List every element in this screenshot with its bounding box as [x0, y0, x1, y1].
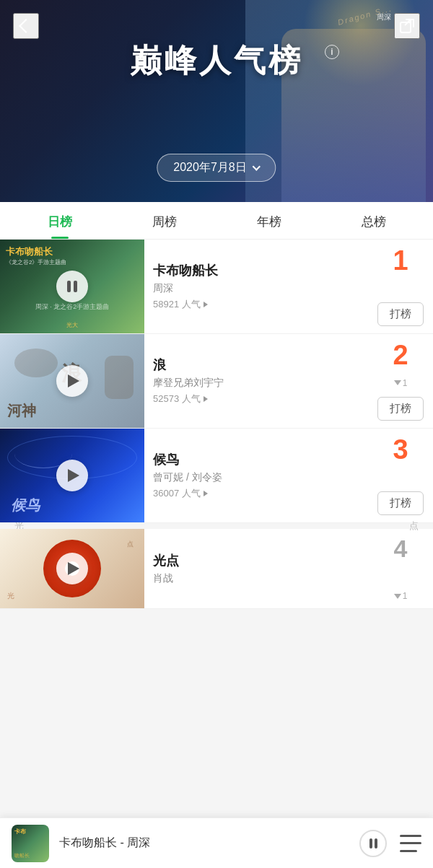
table-row: 浪 浪 摩登兄弟刘宇宁 52573 人气 2 1 打榜	[0, 334, 433, 429]
list-line-2	[400, 842, 421, 844]
song-title-2: 浪	[153, 356, 359, 374]
song-artist-3: 曾可妮 / 刘令姿	[153, 471, 359, 484]
table-row: 候鸟 曾可妮 / 刘令姿 36007 人气 3 打榜	[0, 429, 433, 523]
rank-number-4: 4	[394, 536, 408, 561]
date-display: 2020年7月8日	[173, 160, 246, 175]
rank-down-icon-4	[394, 594, 401, 599]
table-row: 周深 · 龙之谷2手游主题曲 光大 卡布吻船长 周深 58921 人气	[0, 240, 433, 334]
pause-button-1[interactable]	[56, 271, 88, 302]
hero-artist-label: 周深	[377, 12, 391, 22]
list-line-1	[400, 835, 421, 837]
tabs-bar: 日榜 周榜 年榜 总榜	[0, 202, 433, 240]
song-thumbnail-4[interactable]: 光 点	[0, 529, 144, 608]
play-button-3[interactable]	[56, 460, 88, 491]
song-info-1: 卡布吻船长 周深 58921 人气	[144, 240, 368, 333]
song-popularity-2[interactable]: 52573 人气	[153, 393, 359, 405]
rank-number-1: 1	[393, 247, 408, 274]
song-info-2: 浪 摩登兄弟刘宇宁 52573 人气	[144, 334, 368, 428]
song-title-3: 候鸟	[153, 451, 359, 468]
song-thumbnail-2[interactable]: 浪	[0, 334, 144, 428]
play-button-4[interactable]	[56, 553, 88, 584]
song-popularity-3[interactable]: 36007 人气	[153, 487, 359, 500]
tab-total[interactable]: 总榜	[347, 202, 401, 239]
popularity-arrow-icon-3	[204, 491, 208, 496]
info-icon[interactable]: i	[325, 45, 339, 59]
rank-number-2: 2	[393, 341, 408, 369]
share-icon	[399, 18, 415, 34]
vote-button-1[interactable]: 打榜	[377, 302, 424, 326]
player-thumbnail[interactable]: 卡布 吻船长	[12, 825, 49, 862]
player-pause-icon	[369, 838, 377, 849]
page-title: 巅峰人气榜	[0, 40, 433, 82]
player-pause-button[interactable]	[359, 830, 387, 857]
song-title-4: 光点	[153, 552, 359, 569]
rank-down-icon-2	[394, 380, 401, 385]
song-rank-3: 3 打榜	[368, 429, 433, 522]
tab-yearly[interactable]: 年榜	[242, 202, 296, 239]
popularity-arrow-icon	[204, 302, 208, 307]
song-info-4: 光点 肖战	[144, 529, 368, 608]
song-artist-1: 周深	[153, 282, 359, 295]
tab-weekly[interactable]: 周榜	[138, 202, 191, 239]
share-button[interactable]	[394, 13, 420, 39]
player-controls	[359, 830, 421, 857]
song-artist-2: 摩登兄弟刘宇宁	[153, 377, 359, 390]
rank-change-2: 1	[394, 378, 408, 388]
player-song-title: 卡布吻船长 - 周深	[59, 836, 349, 851]
song-artist-4: 肖战	[153, 572, 359, 585]
vote-button-2[interactable]: 打榜	[377, 397, 424, 421]
song-rank-1: 1 打榜	[368, 240, 433, 333]
rank-number-3: 3	[393, 436, 408, 463]
section-separator: 光 点	[0, 523, 433, 529]
list-line-3	[400, 850, 417, 852]
vote-button-3[interactable]: 打榜	[377, 491, 424, 515]
back-button[interactable]	[13, 13, 39, 39]
table-row: 光 点 光点 肖战 4 1	[0, 529, 433, 609]
rank-change-4: 1	[394, 591, 408, 601]
play-button-2[interactable]	[56, 365, 88, 397]
song-thumbnail-3[interactable]	[0, 429, 144, 522]
date-selector[interactable]: 2020年7月8日	[157, 154, 276, 182]
play-icon-2	[68, 374, 79, 387]
song-list: 周深 · 龙之谷2手游主题曲 光大 卡布吻船长 周深 58921 人气	[0, 240, 433, 609]
popularity-arrow-icon-2	[204, 396, 208, 402]
song-popularity-1[interactable]: 58921 人气	[153, 298, 359, 311]
back-arrow-icon	[19, 19, 33, 33]
pause-bar-1	[369, 838, 372, 849]
play-icon-3	[68, 469, 79, 482]
hero-section: Dragon S... 周深 巅峰人气榜 i 2020年7月8日	[0, 0, 433, 202]
pause-bar-2	[375, 838, 377, 849]
play-icon-4	[68, 562, 79, 575]
player-playlist-button[interactable]	[400, 835, 421, 852]
dropdown-arrow-icon	[253, 162, 261, 170]
player-bar: 卡布 吻船长 卡布吻船长 - 周深	[0, 817, 433, 868]
song-title-1: 卡布吻船长	[153, 262, 359, 279]
tab-daily[interactable]: 日榜	[33, 202, 87, 239]
song-thumbnail-1[interactable]: 周深 · 龙之谷2手游主题曲 光大	[0, 240, 144, 333]
player-thumb-label: 卡布	[14, 828, 26, 836]
song-info-3: 候鸟 曾可妮 / 刘令姿 36007 人气	[144, 429, 368, 522]
song-rank-2: 2 1 打榜	[368, 334, 433, 428]
pause-icon-1	[67, 281, 77, 292]
song-rank-4: 4 1	[368, 529, 433, 608]
